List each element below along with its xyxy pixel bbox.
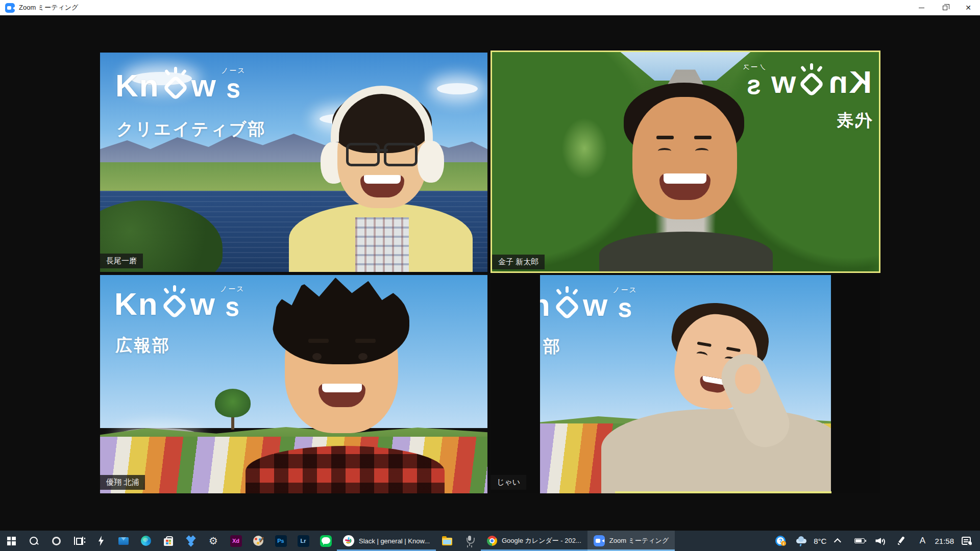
mail-button[interactable]: [112, 531, 135, 551]
adobe-xd-icon: Xd: [230, 535, 242, 547]
photoshop-icon: Ps: [275, 535, 287, 547]
zoom-app-icon: [5, 3, 15, 13]
speaker-icon: [875, 537, 886, 545]
notification-icon: [962, 537, 971, 545]
video-tile-jai: n w ノースs 部: [540, 275, 831, 493]
video-tile-kitaura[interactable]: Kn w ノースs 広報部 優翔 北浦: [100, 275, 487, 493]
knows-logo-o-icon: [555, 295, 579, 319]
knows-logo: Kn w ノースs: [114, 285, 245, 320]
search-icon: [29, 536, 38, 545]
knows-logo-mirrored: Kn w ノースs: [703, 63, 872, 98]
participant-name-label: 長尾一磨: [100, 254, 143, 268]
weather-tray-button[interactable]: [793, 531, 810, 551]
knows-logo-o-icon: [163, 294, 186, 318]
mirrored-background-text: Kn w ノースs 代表: [703, 63, 872, 132]
chrome-window-button[interactable]: Google カレンダー - 202...: [481, 531, 587, 551]
edge-icon: [141, 536, 151, 546]
participant-name-label: 金子 新太郎: [492, 255, 545, 269]
department-label-mirrored: 代表: [835, 109, 872, 132]
slack-icon: [343, 535, 354, 546]
participant-figure: [284, 81, 478, 272]
knows-logo-o-icon: [800, 72, 823, 96]
action-center-button[interactable]: [958, 531, 975, 551]
lightroom-icon: Lr: [298, 535, 309, 547]
edge-button[interactable]: [135, 531, 157, 551]
knows-logo: Kn w ノースs: [115, 67, 246, 102]
department-label: 広報部: [115, 334, 170, 357]
windows-taskbar: ⚙ Xd Ps Lr Slack | general | Know... Goo…: [0, 531, 980, 551]
video-tile-nagao[interactable]: Kn w ノースs クリエイティブ部 長尾一磨: [100, 53, 487, 272]
zoom-window-button[interactable]: Zoom ミーティング: [587, 531, 675, 551]
active-speaker-partial-border: [615, 491, 831, 493]
battery-icon: [854, 538, 865, 543]
volume-tray-button[interactable]: [872, 531, 889, 551]
microsoft-store-button[interactable]: [157, 531, 180, 551]
participant-name-label: 優翔 北浦: [100, 475, 145, 490]
participant-name-label: じゃい: [491, 475, 526, 490]
ime-mode-button[interactable]: A: [914, 531, 931, 551]
minimize-icon: [919, 8, 924, 8]
slack-window-button[interactable]: Slack | general | Know...: [337, 531, 436, 551]
dropbox-button[interactable]: [180, 531, 202, 551]
battery-tray-button[interactable]: [851, 531, 868, 551]
file-explorer-button[interactable]: [436, 531, 458, 551]
dropbox-icon: [186, 536, 196, 545]
quick-launch-bolt-button[interactable]: [90, 531, 112, 551]
paint-palette-icon: [253, 536, 263, 546]
clock[interactable]: 21:58: [935, 537, 954, 545]
line-icon: [320, 535, 332, 547]
task-view-button[interactable]: [67, 531, 90, 551]
microphone-icon: [466, 536, 473, 546]
help-question-icon: ?i: [775, 536, 786, 546]
lightning-bolt-icon: [97, 536, 105, 546]
voice-recorder-button[interactable]: [458, 531, 481, 551]
rain-cloud-icon: [795, 536, 807, 545]
close-button[interactable]: ✕: [957, 0, 980, 15]
department-label-cropped: 部: [543, 335, 561, 358]
meeting-gallery: Kn w ノースs クリエイティブ部 長尾一磨: [0, 15, 980, 531]
chrome-icon: [487, 536, 497, 546]
restore-button[interactable]: [933, 0, 957, 15]
folder-icon: [442, 538, 452, 545]
zoom-icon: [594, 535, 605, 546]
window-titlebar: Zoom ミーティング ✕: [0, 0, 980, 15]
adobe-xd-button[interactable]: Xd: [225, 531, 247, 551]
show-hidden-icons-button[interactable]: [830, 531, 847, 551]
store-icon: [164, 538, 173, 546]
task-view-icon: [74, 537, 83, 545]
line-button[interactable]: [314, 531, 337, 551]
window-title: Zoom ミーティング: [19, 3, 78, 12]
settings-button[interactable]: ⚙: [202, 531, 225, 551]
get-help-tray-button[interactable]: ?i: [772, 531, 789, 551]
knows-logo-cropped: n w ノースs: [540, 286, 638, 321]
gear-icon: ⚙: [209, 536, 218, 546]
temperature-readout[interactable]: 8°C: [814, 537, 826, 545]
system-tray: ?i 8°C A 21:58: [772, 531, 980, 551]
knows-logo-o-icon: [164, 76, 187, 99]
cortana-button[interactable]: [45, 531, 67, 551]
minimize-button[interactable]: [910, 0, 933, 15]
video-tile-kaneko-active-speaker[interactable]: Kn w ノースs 代表 金子 新太郎: [491, 51, 880, 273]
video-cell-jai[interactable]: n w ノースs 部 じゃい: [491, 275, 880, 493]
restore-icon: [943, 6, 947, 10]
participant-figure: [617, 303, 831, 493]
lightroom-button[interactable]: Lr: [292, 531, 314, 551]
cortana-icon: [52, 537, 61, 545]
participant-figure: [263, 278, 432, 493]
start-button[interactable]: [0, 531, 22, 551]
mail-icon: [118, 537, 129, 545]
photoshop-button[interactable]: Ps: [270, 531, 292, 551]
chevron-up-icon: [834, 538, 841, 545]
windows-logo-icon: [7, 537, 16, 545]
zoom-meeting-window: Zoom ミーティング ✕: [0, 0, 980, 551]
ime-mode-letter: A: [920, 536, 925, 546]
pen-icon: [897, 536, 905, 545]
department-label: クリエイティブ部: [116, 118, 266, 141]
paint-3d-button[interactable]: [247, 531, 270, 551]
close-icon: ✕: [965, 4, 971, 11]
search-button[interactable]: [22, 531, 45, 551]
windows-ink-button[interactable]: [893, 531, 910, 551]
